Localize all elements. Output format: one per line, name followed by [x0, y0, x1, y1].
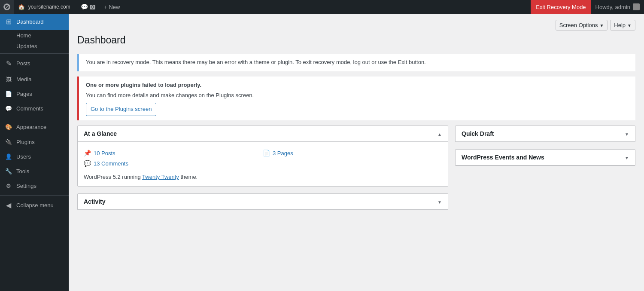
- plugins-icon: 🔌: [4, 138, 13, 146]
- theme-link[interactable]: Twenty Twenty: [142, 174, 179, 180]
- activity-toggle[interactable]: [437, 198, 442, 205]
- posts-count-link: 10 Posts: [94, 150, 115, 156]
- quick-draft-title: Quick Draft: [462, 130, 494, 137]
- collapse-menu-button[interactable]: ◀ Collapse menu: [0, 197, 69, 214]
- sidebar-item-updates[interactable]: Updates: [0, 41, 69, 52]
- wp-version-info: WordPress 5.2 running Twenty Twenty them…: [84, 174, 442, 180]
- quick-draft-header[interactable]: Quick Draft: [456, 126, 635, 142]
- at-a-glance-header[interactable]: At a Glance: [78, 126, 448, 142]
- plugin-error-text: You can find more details and make chang…: [86, 91, 629, 100]
- page-title: Dashboard: [77, 34, 635, 47]
- wp-events-toggle[interactable]: [625, 154, 629, 161]
- users-icon: 👤: [4, 153, 13, 161]
- screen-options-button[interactable]: Screen Options: [556, 20, 608, 31]
- wp-logo-icon[interactable]: [0, 0, 14, 14]
- collapse-icon: ◀: [4, 201, 13, 210]
- new-label: + New: [104, 4, 120, 10]
- dashboard-icon: ⊞: [4, 17, 13, 27]
- adminbar-site-name[interactable]: 🏠 yoursitename.com: [14, 0, 76, 14]
- plugin-error-title: One or more plugins failed to load prope…: [86, 82, 201, 88]
- sidebar-item-settings[interactable]: ⚙ Settings: [0, 179, 69, 193]
- quick-draft-toggle[interactable]: [625, 130, 629, 137]
- screen-options-chevron: [599, 22, 604, 28]
- page-glance-icon: 📄: [263, 150, 270, 156]
- sidebar-item-users[interactable]: 👤 Users: [0, 150, 69, 164]
- at-a-glance-title: At a Glance: [84, 130, 117, 137]
- pages-icon: 📄: [4, 90, 13, 98]
- adminbar-comments[interactable]: 💬 0: [76, 0, 100, 14]
- sidebar-item-tools[interactable]: 🔧 Tools: [0, 164, 69, 179]
- sidebar-dashboard-label: Dashboard: [16, 18, 44, 26]
- adminbar-user-menu[interactable]: Howdy, admin: [591, 0, 644, 14]
- dashboard-left-column: At a Glance 📌 10 Posts 📄: [77, 126, 448, 210]
- pages-count-item[interactable]: 📄 3 Pages: [263, 148, 442, 158]
- activity-header[interactable]: Activity: [78, 194, 448, 210]
- dashboard-columns: At a Glance 📌 10 Posts 📄: [77, 126, 635, 210]
- plugin-error-notice: One or more plugins failed to load prope…: [77, 77, 635, 120]
- at-a-glance-content: 📌 10 Posts 📄 3 Pages 💬 13 Comments: [78, 142, 448, 186]
- media-icon: 🖼: [4, 76, 13, 83]
- comments-count-item[interactable]: 💬 13 Comments: [84, 158, 263, 168]
- comments-count: 0: [90, 5, 96, 9]
- quick-draft-widget: Quick Draft: [455, 126, 635, 142]
- admin-bar: 🏠 yoursitename.com 💬 0 + New Exit Recove…: [0, 0, 644, 14]
- sidebar-item-dashboard[interactable]: ⊞ Dashboard: [0, 14, 69, 30]
- tools-icon: 🔧: [4, 168, 13, 175]
- wp-events-title: WordPress Events and News: [462, 154, 544, 161]
- recovery-mode-text: You are in recovery mode. This means the…: [86, 58, 629, 67]
- posts-count-item[interactable]: 📌 10 Posts: [84, 148, 263, 158]
- pin-icon: 📌: [84, 150, 91, 156]
- activity-title: Activity: [84, 198, 106, 205]
- dashboard-right-column: Quick Draft WordPress Events and News: [455, 126, 635, 210]
- settings-icon: ⚙: [4, 182, 13, 190]
- recovery-mode-notice: You are in recovery mode. This means the…: [77, 54, 635, 71]
- help-button[interactable]: Help: [610, 20, 635, 31]
- wp-events-widget: WordPress Events and News: [455, 149, 635, 166]
- admin-sidebar: ⊞ Dashboard Home Updates ✎ Posts 🖼 Media…: [0, 14, 69, 291]
- screen-options-bar: Screen Options Help: [77, 18, 635, 34]
- sidebar-item-pages[interactable]: 📄 Pages: [0, 87, 69, 101]
- menu-separator-2: [0, 118, 69, 118]
- comment-glance-icon: 💬: [84, 160, 91, 167]
- sidebar-item-media[interactable]: 🖼 Media: [0, 72, 69, 87]
- posts-icon: ✎: [4, 59, 13, 68]
- pages-count-link: 3 Pages: [273, 150, 293, 156]
- comments-count-link: 13 Comments: [94, 160, 128, 167]
- go-to-plugins-link[interactable]: Go to the Plugins screen: [86, 103, 156, 116]
- at-a-glance-toggle[interactable]: [437, 130, 442, 137]
- sidebar-item-appearance[interactable]: 🎨 Appearance: [0, 120, 69, 135]
- sidebar-item-posts[interactable]: ✎ Posts: [0, 55, 69, 72]
- comments-icon: 💬: [4, 105, 13, 113]
- sidebar-item-home[interactable]: Home: [0, 30, 69, 41]
- adminbar-new[interactable]: + New: [100, 0, 124, 14]
- sidebar-item-plugins[interactable]: 🔌 Plugins: [0, 135, 69, 150]
- wp-events-header[interactable]: WordPress Events and News: [456, 150, 635, 165]
- appearance-icon: 🎨: [4, 123, 13, 131]
- menu-separator-3: [0, 195, 69, 196]
- at-a-glance-widget: At a Glance 📌 10 Posts 📄: [77, 126, 448, 187]
- exit-recovery-button[interactable]: Exit Recovery Mode: [531, 0, 591, 14]
- help-chevron: [627, 22, 632, 28]
- menu-separator-1: [0, 53, 69, 54]
- main-content: Screen Options Help Dashboard You are in…: [69, 14, 644, 291]
- at-a-glance-items: 📌 10 Posts 📄 3 Pages 💬 13 Comments: [84, 148, 442, 168]
- sidebar-item-comments[interactable]: 💬 Comments: [0, 101, 69, 116]
- user-avatar: [633, 3, 640, 10]
- activity-widget: Activity: [77, 193, 448, 210]
